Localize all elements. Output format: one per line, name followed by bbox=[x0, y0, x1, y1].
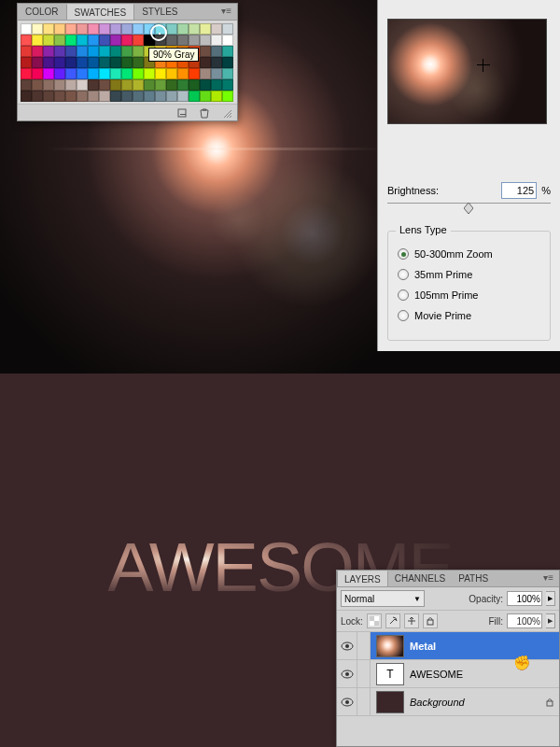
swatch[interactable] bbox=[222, 35, 233, 46]
fill-flyout-icon[interactable]: ▶ bbox=[546, 613, 555, 628]
visibility-toggle[interactable] bbox=[337, 660, 357, 687]
swatch[interactable] bbox=[43, 46, 54, 57]
swatch[interactable] bbox=[54, 46, 65, 57]
layer-link-area[interactable] bbox=[357, 660, 371, 687]
layer-name[interactable]: Background bbox=[410, 697, 540, 708]
swatch[interactable] bbox=[99, 35, 110, 46]
swatch[interactable] bbox=[43, 91, 54, 102]
swatch[interactable] bbox=[177, 91, 189, 102]
swatch[interactable] bbox=[133, 23, 144, 35]
swatch[interactable] bbox=[133, 35, 144, 46]
swatch[interactable] bbox=[54, 68, 65, 79]
swatch[interactable] bbox=[21, 46, 32, 57]
swatch[interactable] bbox=[32, 46, 43, 57]
swatch[interactable] bbox=[155, 35, 166, 46]
swatch[interactable] bbox=[99, 46, 110, 57]
swatch[interactable] bbox=[32, 68, 43, 79]
swatch[interactable] bbox=[211, 79, 222, 91]
swatch[interactable] bbox=[133, 46, 144, 57]
swatch[interactable] bbox=[43, 57, 54, 68]
swatch[interactable] bbox=[110, 79, 121, 91]
swatch[interactable] bbox=[88, 23, 99, 35]
layer-name[interactable]: AWESOME bbox=[410, 669, 559, 680]
layer-link-area[interactable] bbox=[357, 632, 371, 659]
swatch[interactable] bbox=[200, 23, 211, 35]
opacity-input[interactable]: 100% bbox=[507, 591, 542, 606]
swatch[interactable] bbox=[65, 57, 77, 68]
blend-mode-select[interactable]: Normal ▼ bbox=[341, 590, 425, 607]
swatch[interactable] bbox=[21, 23, 32, 35]
swatch[interactable] bbox=[211, 23, 222, 35]
swatch[interactable] bbox=[77, 91, 88, 102]
swatch[interactable] bbox=[65, 91, 77, 102]
swatch[interactable] bbox=[200, 57, 211, 68]
swatch[interactable] bbox=[21, 91, 32, 102]
tab-channels[interactable]: CHANNELS bbox=[388, 571, 452, 586]
swatch[interactable] bbox=[99, 68, 110, 79]
swatch[interactable] bbox=[166, 91, 177, 102]
opacity-flyout-icon[interactable]: ▶ bbox=[546, 591, 555, 606]
swatch[interactable] bbox=[110, 46, 121, 57]
visibility-toggle[interactable] bbox=[337, 688, 357, 715]
layer-row-metal[interactable]: Metal bbox=[337, 632, 559, 660]
tab-styles[interactable]: STYLES bbox=[134, 4, 185, 20]
slider-thumb-icon[interactable] bbox=[464, 203, 473, 214]
swatch[interactable] bbox=[133, 68, 144, 79]
swatch[interactable] bbox=[121, 35, 133, 46]
swatch[interactable] bbox=[77, 23, 88, 35]
layer-thumbnail[interactable] bbox=[376, 691, 404, 713]
tab-paths[interactable]: PATHS bbox=[452, 571, 495, 586]
swatch[interactable] bbox=[121, 68, 133, 79]
swatch[interactable] bbox=[77, 46, 88, 57]
swatch[interactable] bbox=[54, 79, 65, 91]
swatch[interactable] bbox=[32, 91, 43, 102]
swatch[interactable] bbox=[222, 79, 233, 91]
swatch[interactable] bbox=[110, 23, 121, 35]
swatch[interactable] bbox=[121, 57, 133, 68]
swatch[interactable] bbox=[54, 23, 65, 35]
swatch[interactable] bbox=[88, 91, 99, 102]
panel-menu-icon[interactable]: ▾≡ bbox=[538, 571, 559, 586]
swatch[interactable] bbox=[133, 57, 144, 68]
swatch[interactable] bbox=[166, 79, 177, 91]
swatch[interactable] bbox=[144, 23, 155, 35]
swatch[interactable] bbox=[177, 68, 189, 79]
swatch[interactable] bbox=[32, 35, 43, 46]
swatch[interactable] bbox=[32, 23, 43, 35]
swatch[interactable] bbox=[222, 23, 233, 35]
swatch[interactable] bbox=[189, 23, 200, 35]
swatch[interactable] bbox=[144, 79, 155, 91]
swatch[interactable] bbox=[133, 79, 144, 91]
swatch[interactable] bbox=[21, 79, 32, 91]
swatch[interactable] bbox=[110, 68, 121, 79]
layer-link-area[interactable] bbox=[357, 688, 371, 715]
swatch[interactable] bbox=[144, 68, 155, 79]
swatch[interactable] bbox=[222, 91, 233, 102]
swatch[interactable] bbox=[222, 57, 233, 68]
swatch[interactable] bbox=[77, 79, 88, 91]
swatch[interactable] bbox=[110, 35, 121, 46]
swatch[interactable] bbox=[77, 57, 88, 68]
swatch[interactable] bbox=[222, 46, 233, 57]
swatch[interactable] bbox=[65, 23, 77, 35]
swatch[interactable] bbox=[65, 46, 77, 57]
swatch[interactable] bbox=[189, 91, 200, 102]
layer-row-background[interactable]: Background bbox=[337, 688, 559, 716]
lock-transparency-icon[interactable] bbox=[367, 613, 382, 628]
swatch[interactable] bbox=[43, 79, 54, 91]
swatch[interactable] bbox=[200, 91, 211, 102]
swatch[interactable] bbox=[88, 46, 99, 57]
fill-input[interactable]: 100% bbox=[507, 613, 542, 628]
swatch[interactable] bbox=[166, 68, 177, 79]
swatch[interactable] bbox=[77, 68, 88, 79]
swatch[interactable] bbox=[155, 79, 166, 91]
swatch[interactable] bbox=[54, 57, 65, 68]
lock-all-icon[interactable] bbox=[423, 613, 438, 628]
flare-center-crosshair[interactable] bbox=[477, 59, 490, 72]
swatch[interactable] bbox=[144, 91, 155, 102]
layer-name[interactable]: Metal bbox=[410, 641, 559, 652]
brightness-input[interactable] bbox=[501, 182, 537, 199]
swatch[interactable] bbox=[110, 57, 121, 68]
swatch[interactable] bbox=[166, 35, 177, 46]
swatch[interactable] bbox=[99, 79, 110, 91]
